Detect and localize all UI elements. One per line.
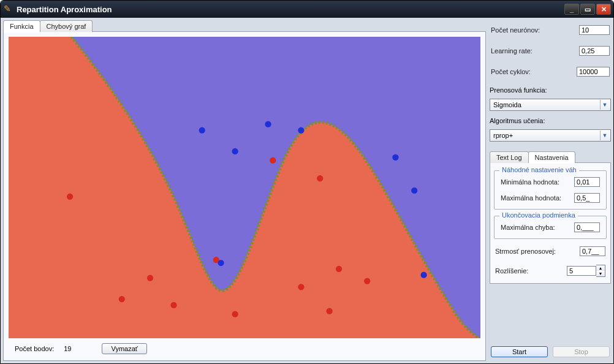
spin-up-icon[interactable]: ▲: [596, 265, 605, 271]
tab-chybovy-graf[interactable]: Chybový graf: [40, 20, 93, 32]
weights-legend: Náhodné nastavenie váh: [499, 166, 579, 173]
window-title: Repartition Aproximation: [17, 5, 564, 14]
point-class-blue: [411, 188, 417, 194]
cycles-label: Počet cyklov:: [491, 68, 531, 75]
point-class-blue: [420, 272, 426, 278]
points-value: 19: [64, 345, 71, 352]
point-class-blue: [218, 260, 224, 266]
point-class-blue: [298, 127, 304, 133]
resolution-label: Rozlíšenie:: [495, 267, 528, 275]
min-input[interactable]: [574, 177, 600, 187]
chevron-down-icon: ▼: [600, 100, 609, 110]
stop-button: Stop: [553, 346, 610, 357]
point-class-red: [67, 194, 73, 200]
main-tabs: Funkcia Chybový graf: [3, 20, 486, 32]
settings-panel: Náhodné nastavenie váh Minimálna hodnota…: [490, 162, 611, 284]
resolution-input[interactable]: [567, 266, 596, 276]
neurons-label: Počet neurónov:: [491, 26, 540, 34]
tab-text-log[interactable]: Text Log: [490, 151, 529, 163]
algo-value: rprop+: [493, 132, 513, 139]
maxerr-input[interactable]: [574, 222, 600, 232]
point-class-blue: [232, 148, 238, 154]
start-button[interactable]: Start: [491, 346, 548, 357]
resolution-spinner[interactable]: ▲ ▼: [567, 265, 605, 277]
plot-canvas[interactable]: [9, 37, 480, 338]
transfer-select[interactable]: Sigmoida ▼: [490, 99, 611, 111]
tab-nastavenia[interactable]: Nastavenia: [528, 151, 575, 163]
chevron-down-icon: ▼: [600, 131, 609, 140]
steep-label: Strmosť prenosovej:: [495, 248, 556, 255]
algo-label: Algoritmus učenia:: [490, 117, 611, 124]
point-class-red: [364, 278, 370, 284]
main-panel: Počet bodov: 19 Vymazať: [3, 31, 486, 361]
points-label: Počet bodov:: [15, 345, 54, 352]
max-label: Maximálna hodnota:: [501, 194, 561, 202]
plot-svg: [9, 37, 480, 338]
point-class-blue: [199, 127, 205, 133]
transfer-value: Sigmoida: [493, 101, 521, 108]
point-class-blue: [392, 154, 398, 161]
point-class-blue: [265, 121, 271, 127]
stop-legend: Ukončovacia podmienka: [499, 211, 578, 219]
point-class-red: [232, 311, 238, 317]
max-input[interactable]: [574, 193, 600, 203]
steep-input[interactable]: [580, 246, 605, 256]
bottom-bar: Počet bodov: 19 Vymazať: [9, 338, 480, 355]
stop-fieldset: Ukončovacia podmienka Maximálna chyba:: [494, 216, 607, 239]
algo-select[interactable]: rprop+ ▼: [490, 129, 611, 142]
transfer-label: Prenosová funkcia:: [490, 86, 611, 94]
titlebar: Repartition Aproximation _ ▭ ✕: [1, 1, 613, 18]
cycles-input[interactable]: [577, 67, 610, 77]
neurons-input[interactable]: [579, 25, 610, 35]
learning-rate-input[interactable]: [579, 46, 610, 56]
minimize-button[interactable]: _: [564, 4, 579, 15]
spin-down-icon[interactable]: ▼: [596, 271, 605, 276]
point-class-red: [147, 275, 153, 281]
point-class-red: [298, 284, 304, 290]
weights-fieldset: Náhodné nastavenie váh Minimálna hodnota…: [494, 170, 607, 210]
close-button[interactable]: ✕: [596, 4, 611, 15]
clear-button[interactable]: Vymazať: [102, 343, 146, 354]
maximize-button[interactable]: ▭: [580, 4, 595, 15]
point-class-red: [336, 266, 342, 272]
learning-rate-label: Learning rate:: [491, 47, 533, 55]
app-icon: [3, 4, 13, 14]
tab-funkcia[interactable]: Funkcia: [3, 20, 40, 32]
point-class-red: [317, 175, 323, 181]
point-class-red: [170, 302, 176, 308]
point-class-red: [270, 157, 276, 164]
sub-tabs: Text Log Nastavenia: [490, 151, 611, 163]
maxerr-label: Maximálna chyba:: [501, 224, 555, 231]
point-class-red: [326, 308, 332, 314]
min-label: Minimálna hodnota:: [501, 178, 559, 186]
point-class-red: [119, 296, 125, 302]
